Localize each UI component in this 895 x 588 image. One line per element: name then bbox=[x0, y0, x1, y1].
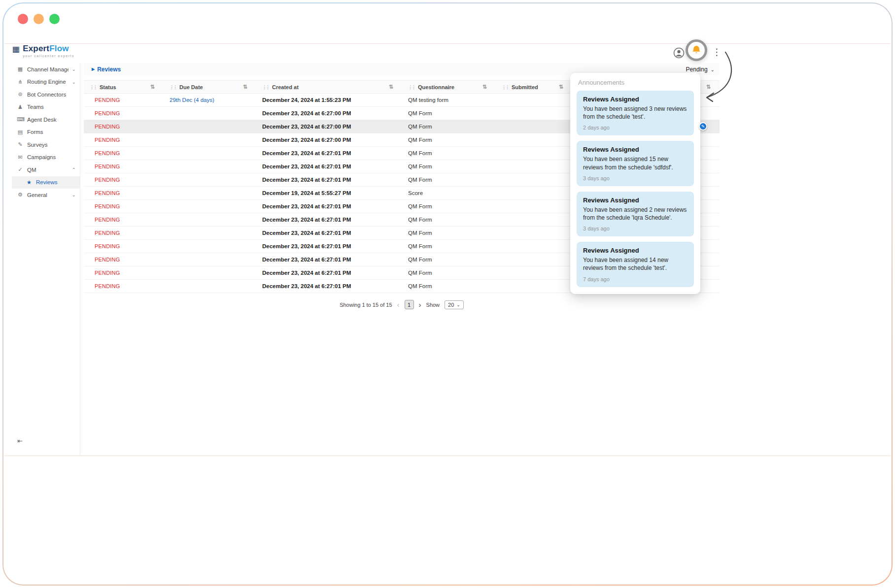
edit-review-badge[interactable]: ✎ bbox=[699, 122, 707, 131]
announcements-panel: Announcements Reviews Assigned You have … bbox=[570, 73, 700, 294]
announcement-body: You have been assigned 15 new reviews fr… bbox=[583, 155, 688, 171]
due-date-cell[interactable] bbox=[164, 107, 256, 120]
submitted-cell bbox=[496, 187, 572, 200]
sort-icon[interactable]: ⇅ bbox=[482, 84, 487, 90]
sidebar-item-bot-connectors[interactable]: ⊚ Bot Connectors bbox=[12, 88, 80, 101]
kebab-menu-icon[interactable]: ⋮ bbox=[712, 46, 722, 58]
brand-tagline: your callcenter experts bbox=[23, 54, 74, 58]
due-date-cell[interactable] bbox=[164, 213, 256, 227]
announcement-card[interactable]: Reviews Assigned You have been assigned … bbox=[577, 192, 694, 236]
drag-handle-icon[interactable]: ⋮⋮ bbox=[262, 85, 269, 90]
due-date-cell[interactable] bbox=[164, 187, 256, 200]
announcement-body: You have been assigned 3 new reviews fro… bbox=[583, 105, 688, 121]
status-cell: PENDING bbox=[84, 94, 164, 107]
zoom-window-button[interactable] bbox=[49, 14, 60, 24]
sidebar-collapse-icon[interactable]: ⇤ bbox=[17, 437, 23, 445]
close-window-button[interactable] bbox=[18, 14, 28, 24]
status-filter-dropdown[interactable]: Pending ⌄ bbox=[686, 66, 715, 73]
chevron-down-icon: ⌄ bbox=[711, 67, 715, 72]
due-date-cell[interactable] bbox=[164, 160, 256, 173]
star-icon: ★ bbox=[26, 179, 33, 186]
submitted-cell bbox=[496, 213, 572, 227]
page-size-select[interactable]: 20 ⌄ bbox=[445, 300, 464, 309]
submitted-cell bbox=[496, 266, 572, 280]
submitted-cell bbox=[496, 94, 572, 107]
sidebar-item-campaigns[interactable]: ✉ Campaigns bbox=[12, 151, 80, 164]
questionnaire-cell: QM Form bbox=[402, 107, 496, 120]
column-header-submitted[interactable]: ⋮⋮ Submitted ⇅ bbox=[496, 81, 572, 94]
created-at-cell: December 23, 2024 at 6:27:01 PM bbox=[256, 240, 402, 253]
due-date-cell[interactable] bbox=[164, 173, 256, 187]
campaigns-icon: ✉ bbox=[17, 154, 24, 161]
status-cell: PENDING bbox=[84, 133, 164, 147]
pagination-summary: Showing 1 to 15 of 15 bbox=[340, 302, 392, 308]
current-page-button[interactable]: 1 bbox=[405, 300, 414, 309]
submitted-cell bbox=[496, 160, 572, 173]
sidebar-item-routing-engine[interactable]: ⋔ Routing Engine ⌄ bbox=[12, 76, 80, 89]
status-cell: PENDING bbox=[84, 227, 164, 240]
due-date-cell[interactable] bbox=[164, 266, 256, 280]
due-date-cell[interactable] bbox=[164, 280, 256, 293]
qm-icon: ✓ bbox=[17, 166, 24, 173]
announcement-time: 3 days ago bbox=[583, 175, 688, 181]
sort-icon[interactable]: ⇅ bbox=[706, 84, 711, 90]
sort-icon[interactable]: ⇅ bbox=[150, 84, 155, 90]
minimize-window-button[interactable] bbox=[34, 14, 44, 24]
notification-highlight-ring bbox=[686, 39, 707, 61]
created-at-cell: December 23, 2024 at 6:27:00 PM bbox=[256, 133, 402, 147]
announcement-title: Reviews Assigned bbox=[583, 96, 688, 103]
drag-handle-icon[interactable]: ⋮⋮ bbox=[502, 85, 509, 90]
status-cell: PENDING bbox=[84, 187, 164, 200]
announcement-title: Reviews Assigned bbox=[583, 247, 688, 254]
questionnaire-cell: QM Form bbox=[402, 280, 496, 293]
announcement-time: 2 days ago bbox=[583, 125, 688, 131]
sidebar-item-reviews[interactable]: ★ Reviews bbox=[12, 176, 80, 189]
submitted-cell bbox=[496, 240, 572, 253]
sidebar-item-qm[interactable]: ✓ QM ⌃ bbox=[12, 163, 80, 176]
due-date-cell[interactable] bbox=[164, 120, 256, 133]
announcement-card[interactable]: Reviews Assigned You have been assigned … bbox=[577, 242, 694, 287]
column-header-created-at[interactable]: ⋮⋮ Created at ⇅ bbox=[256, 81, 402, 94]
due-date-cell[interactable] bbox=[164, 147, 256, 160]
column-header-status[interactable]: ⋮⋮ Status ⇅ bbox=[84, 81, 164, 94]
announcement-card[interactable]: Reviews Assigned You have been assigned … bbox=[577, 91, 694, 135]
sidebar-item-channel-manager[interactable]: ▦ Channel Manager ⌄ bbox=[12, 63, 80, 76]
sidebar-item-surveys[interactable]: ✎ Surveys bbox=[12, 138, 80, 151]
announcement-card[interactable]: Reviews Assigned You have been assigned … bbox=[577, 141, 694, 186]
sort-icon[interactable]: ⇅ bbox=[389, 84, 393, 90]
sort-icon[interactable]: ⇅ bbox=[559, 84, 563, 90]
next-page-button[interactable]: › bbox=[419, 300, 421, 309]
due-date-cell[interactable] bbox=[164, 227, 256, 240]
submitted-cell bbox=[496, 173, 572, 187]
status-cell: PENDING bbox=[84, 200, 164, 213]
status-cell: PENDING bbox=[84, 173, 164, 187]
due-date-cell[interactable] bbox=[164, 240, 256, 253]
user-avatar[interactable] bbox=[673, 47, 685, 61]
due-date-cell[interactable]: 29th Dec (4 days) bbox=[164, 94, 256, 107]
sidebar-item-general[interactable]: ⚙ General ⌄ bbox=[12, 189, 80, 201]
sidebar-item-agent-desk[interactable]: ⌨ Agent Desk bbox=[12, 113, 80, 126]
created-at-cell: December 23, 2024 at 6:27:01 PM bbox=[256, 213, 402, 227]
forms-icon: ▤ bbox=[17, 129, 24, 135]
due-date-cell[interactable] bbox=[164, 253, 256, 266]
sidebar-item-forms[interactable]: ▤ Forms bbox=[12, 126, 80, 139]
column-header-due-date[interactable]: ⋮⋮ Due Date ⇅ bbox=[164, 81, 256, 94]
status-cell: PENDING bbox=[84, 213, 164, 227]
drag-handle-icon[interactable]: ⋮⋮ bbox=[408, 85, 415, 90]
sidebar-item-teams[interactable]: ♟ Teams bbox=[12, 101, 80, 114]
chevron-down-icon: ⌄ bbox=[456, 302, 460, 307]
pagination: Showing 1 to 15 of 15 ‹ 1 › Show 20 ⌄ bbox=[84, 300, 720, 309]
prev-page-button[interactable]: ‹ bbox=[397, 300, 400, 309]
created-at-cell: December 23, 2024 at 6:27:01 PM bbox=[256, 266, 402, 280]
drag-handle-icon[interactable]: ⋮⋮ bbox=[170, 85, 176, 90]
bell-icon[interactable] bbox=[691, 45, 702, 56]
status-cell: PENDING bbox=[84, 266, 164, 280]
column-header-questionnaire[interactable]: ⋮⋮ Questionnaire ⇅ bbox=[402, 81, 496, 94]
breadcrumb[interactable]: ▶ Reviews bbox=[92, 66, 121, 73]
drag-handle-icon[interactable]: ⋮⋮ bbox=[90, 85, 97, 90]
due-date-cell[interactable] bbox=[164, 133, 256, 147]
due-date-cell[interactable] bbox=[164, 200, 256, 213]
sort-icon[interactable]: ⇅ bbox=[243, 84, 247, 90]
expertflow-logo: ▦ ExpertFlow your callcenter experts bbox=[12, 44, 74, 58]
created-at-cell: December 23, 2024 at 6:27:01 PM bbox=[256, 253, 402, 266]
